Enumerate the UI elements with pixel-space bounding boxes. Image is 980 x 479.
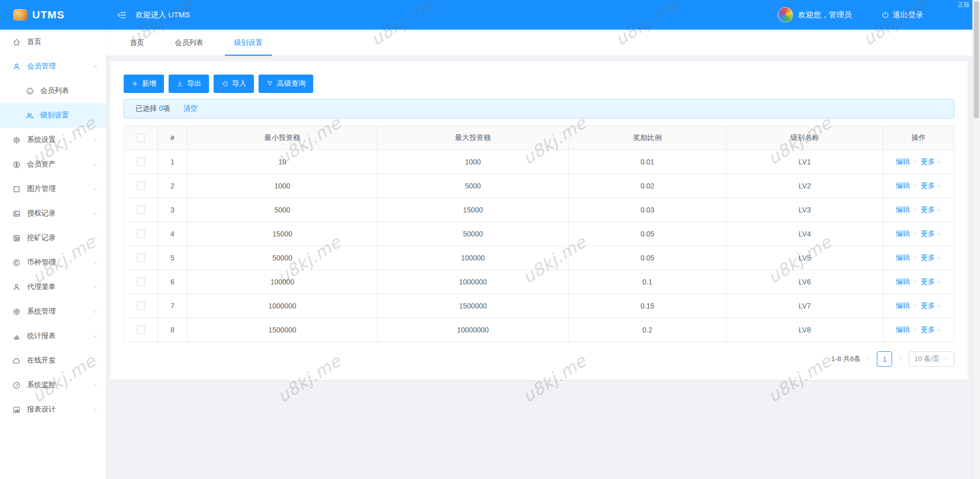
sidebar-item-5[interactable]: 系统设置 — [0, 128, 106, 152]
row-actions-cell: 编辑更多 — [883, 270, 954, 294]
row-checkbox[interactable] — [137, 302, 145, 310]
min-investment-cell: 1000 — [188, 174, 378, 198]
export-button[interactable]: 导出 — [169, 75, 209, 93]
sidebar-item-1[interactable]: 首页 — [0, 30, 106, 54]
row-checkbox[interactable] — [137, 158, 145, 166]
table-row-4: 415000500000.05LV4编辑更多 — [124, 222, 954, 246]
import-button[interactable]: 导入 — [214, 75, 254, 93]
main-area: 首页会员列表级别设置 新增导出导入高级查询 已选择 0项 清空 #最小投资额最大… — [106, 30, 972, 479]
sidebar-item-15[interactable]: 系统监控 — [0, 373, 106, 397]
clear-selection-link[interactable]: 清空 — [183, 104, 198, 113]
page-number-button[interactable]: 1 — [877, 351, 892, 367]
sidebar-item-2[interactable]: 会员管理 — [0, 54, 106, 79]
chevron-down-icon — [937, 279, 942, 284]
row-checkbox[interactable] — [137, 254, 145, 262]
user-avatar[interactable] — [778, 7, 793, 22]
column-header: # — [158, 126, 188, 150]
smile-icon — [26, 87, 34, 95]
chevron-down-icon — [937, 231, 942, 236]
sidebar-item-label: 会员管理 — [27, 62, 56, 71]
app-logo[interactable]: UTMS — [0, 9, 106, 21]
level-name-cell: LV7 — [727, 294, 883, 318]
gauge-icon — [12, 381, 21, 390]
chevron-down-icon — [937, 159, 942, 164]
reward-ratio-cell: 0.15 — [569, 294, 727, 318]
table-row-3: 35000150000.03LV3编辑更多 — [124, 198, 954, 222]
chevron-down-icon — [944, 356, 949, 362]
sidebar-item-3[interactable]: 会员列表 — [0, 79, 106, 103]
row-checkbox[interactable] — [137, 278, 145, 286]
add-button[interactable]: 新增 — [124, 75, 164, 93]
menu-fold-icon[interactable] — [116, 10, 127, 20]
edit-link[interactable]: 编辑 — [896, 301, 910, 310]
sidebar-item-7[interactable]: 图片管理 — [0, 177, 106, 201]
scrollbar[interactable] — [972, 0, 980, 479]
sidebar-item-label: 系统设置 — [27, 135, 56, 145]
edit-link[interactable]: 编辑 — [896, 325, 910, 334]
more-link[interactable]: 更多 — [921, 325, 942, 334]
sidebar-item-14[interactable]: 在线开发 — [0, 348, 106, 373]
row-select-cell — [124, 318, 158, 342]
agent-user-icon — [12, 283, 21, 292]
user-zone: 欢迎您，管理员 — [778, 7, 852, 22]
page-size-select[interactable]: 10 条/页 — [908, 351, 954, 367]
selection-count-text: 已选择 0项 — [135, 104, 170, 113]
button-label: 导入 — [232, 79, 246, 88]
sidebar-item-12[interactable]: 系统管理 — [0, 299, 106, 324]
sidebar-item-11[interactable]: 代理菜单 — [0, 275, 106, 299]
row-actions-cell: 编辑更多 — [883, 222, 954, 246]
sidebar-item-10[interactable]: 币种管理 — [0, 250, 106, 275]
sidebar-item-6[interactable]: 会员资产 — [0, 152, 106, 177]
row-actions-cell: 编辑更多 — [883, 318, 954, 342]
import-icon — [221, 80, 228, 87]
reward-ratio-cell: 0.2 — [569, 318, 727, 342]
row-index: 8 — [158, 318, 188, 342]
sidebar-item-13[interactable]: 统计报表 — [0, 324, 106, 348]
chevron-down-icon — [92, 186, 98, 192]
max-investment-cell: 5000 — [378, 174, 569, 198]
more-link[interactable]: 更多 — [921, 301, 942, 310]
action-divider — [915, 327, 916, 333]
sidebar-item-9[interactable]: 挖矿记录 — [0, 226, 106, 250]
action-divider — [915, 279, 916, 285]
sidebar-item-label: 级别设置 — [40, 111, 69, 120]
sidebar-item-16[interactable]: 报表设计 — [0, 397, 106, 422]
edit-link[interactable]: 编辑 — [896, 229, 910, 238]
table-row-6: 610000010000000.1LV6编辑更多 — [124, 270, 954, 294]
tab-bar: 首页会员列表级别设置 — [106, 30, 972, 56]
grid-icon — [12, 234, 21, 243]
row-checkbox[interactable] — [137, 182, 145, 190]
edit-link[interactable]: 编辑 — [896, 205, 910, 214]
tab-2[interactable]: 会员列表 — [166, 30, 213, 56]
area-chart-icon — [12, 405, 21, 414]
edit-link[interactable]: 编辑 — [896, 277, 910, 286]
row-checkbox[interactable] — [137, 206, 145, 214]
edit-link[interactable]: 编辑 — [896, 253, 910, 262]
logout-button[interactable]: 退出登录 — [881, 10, 923, 20]
more-link[interactable]: 更多 — [921, 229, 942, 238]
advanced-query-button[interactable]: 高级查询 — [259, 75, 313, 93]
more-link[interactable]: 更多 — [921, 157, 942, 166]
tab-1[interactable]: 首页 — [121, 30, 153, 56]
select-all-checkbox[interactable] — [137, 134, 145, 142]
min-investment-cell: 100000 — [188, 270, 378, 294]
more-link[interactable]: 更多 — [921, 253, 942, 262]
more-link[interactable]: 更多 — [921, 277, 942, 286]
row-checkbox[interactable] — [137, 326, 145, 334]
sidebar-item-4[interactable]: 级别设置 — [0, 103, 106, 128]
edit-link[interactable]: 编辑 — [896, 157, 910, 166]
more-link[interactable]: 更多 — [921, 205, 942, 214]
sidebar-item-8[interactable]: 授权记录 — [0, 201, 106, 226]
next-page-button[interactable] — [897, 356, 903, 362]
prev-page-button[interactable] — [866, 356, 872, 362]
level-name-cell: LV1 — [727, 150, 883, 174]
min-investment-cell: 5000 — [188, 198, 378, 222]
row-checkbox[interactable] — [137, 230, 145, 238]
tab-3[interactable]: 级别设置 — [225, 30, 272, 56]
row-select-cell — [124, 294, 158, 318]
min-investment-cell: 1500000 — [188, 318, 378, 342]
copyright-icon — [12, 258, 21, 267]
scrollbar-thumb[interactable] — [974, 1, 979, 118]
more-link[interactable]: 更多 — [921, 181, 942, 190]
edit-link[interactable]: 编辑 — [896, 181, 910, 190]
